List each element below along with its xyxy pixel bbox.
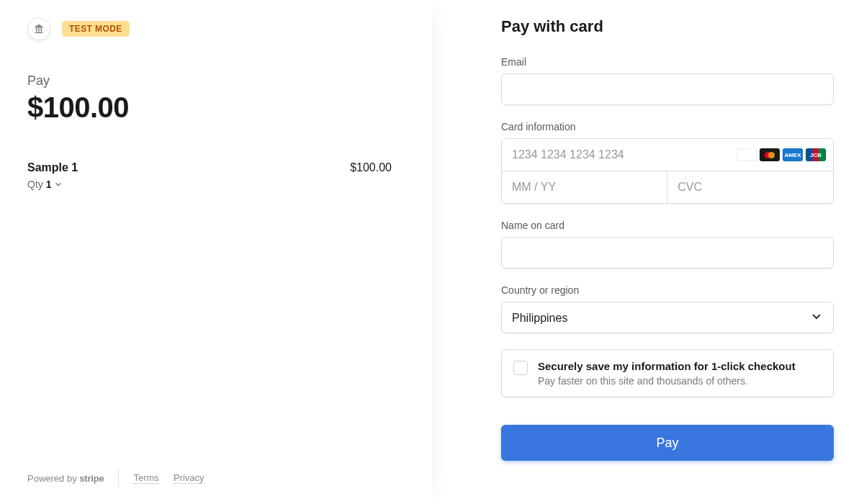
qty-value: 1: [46, 179, 52, 190]
name-label: Name on card: [501, 220, 834, 231]
name-input[interactable]: [501, 237, 834, 269]
card-expiry-input[interactable]: [502, 171, 667, 203]
country-label: Country or region: [501, 284, 834, 296]
pay-label: Pay: [27, 73, 392, 89]
test-mode-badge: TEST MODE: [62, 21, 130, 37]
card-cvc-input[interactable]: [667, 171, 833, 203]
merchant-icon: [27, 17, 50, 40]
total-amount: $100.00: [27, 91, 392, 124]
quantity-selector[interactable]: Qty 1: [27, 179, 392, 190]
country-select[interactable]: Philippines: [501, 302, 834, 333]
line-item-name: Sample 1: [27, 161, 78, 174]
footer-divider: [118, 469, 119, 487]
qty-label: Qty: [27, 179, 43, 190]
form-heading: Pay with card: [501, 17, 834, 36]
save-info-subtitle: Pay faster on this site and thousands of…: [538, 375, 796, 387]
pay-button[interactable]: Pay: [501, 425, 834, 461]
stripe-logo: stripe: [79, 473, 104, 484]
visa-icon: VISA: [737, 148, 757, 161]
mastercard-icon: [760, 148, 780, 161]
save-info-checkbox[interactable]: [513, 361, 528, 375]
powered-by-label: Powered by: [27, 473, 77, 484]
footer: Powered by stripe Terms Privacy: [27, 469, 204, 487]
line-item-price: $100.00: [350, 161, 392, 174]
chevron-down-icon: [55, 179, 62, 190]
amex-icon: AMEX: [783, 148, 803, 161]
privacy-link[interactable]: Privacy: [174, 472, 204, 484]
card-info-label: Card information: [501, 121, 834, 132]
summary-panel: TEST MODE Pay $100.00 Sample 1 $100.00 Q…: [0, 0, 432, 504]
email-input[interactable]: [501, 73, 834, 105]
payment-form: Pay with card Email Card information VIS…: [432, 0, 864, 504]
save-info-box: Securely save my information for 1-click…: [501, 349, 834, 397]
card-brand-icons: VISA AMEX JCB: [737, 148, 826, 161]
email-label: Email: [501, 56, 834, 68]
save-info-title: Securely save my information for 1-click…: [538, 360, 796, 372]
terms-link[interactable]: Terms: [133, 472, 158, 484]
jcb-icon: JCB: [806, 148, 826, 161]
